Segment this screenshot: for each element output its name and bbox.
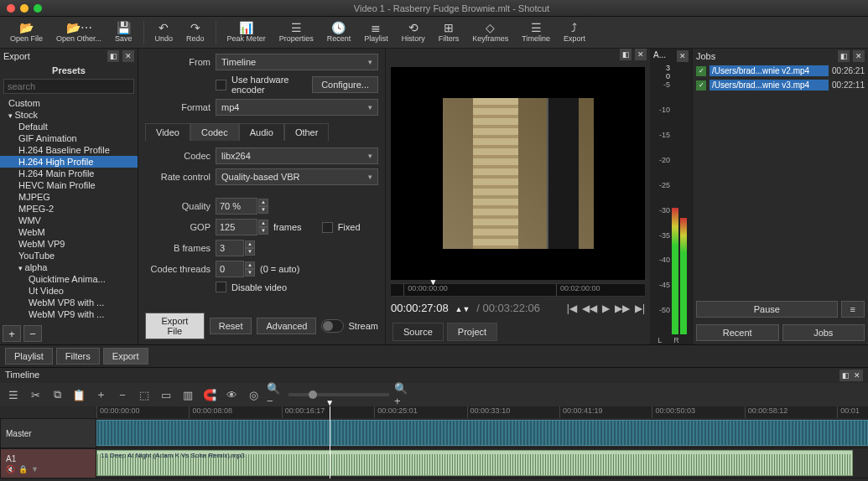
- preset-item[interactable]: WebM VP8 with ...: [0, 297, 138, 308]
- timecode-current[interactable]: 00:00:27:08: [391, 302, 449, 314]
- preset-item[interactable]: YouTube: [0, 250, 138, 261]
- export-file-button[interactable]: Export File: [145, 313, 205, 339]
- close-panel-icon[interactable]: ✕: [122, 50, 134, 62]
- rewind-icon[interactable]: ◀◀: [582, 303, 597, 314]
- preset-item[interactable]: MPEG-2: [0, 203, 138, 215]
- timeline-undock-icon[interactable]: ◧: [839, 370, 851, 381]
- gop-stepper[interactable]: ▲▼: [216, 219, 268, 235]
- paste-icon[interactable]: 📋: [70, 386, 87, 403]
- open-file-button[interactable]: 📂Open File: [5, 20, 48, 44]
- recent-button[interactable]: 🕓Recent: [322, 20, 356, 44]
- peak-meter-button[interactable]: 📊Peak Meter: [222, 20, 271, 44]
- preset-item[interactable]: Stock: [0, 109, 138, 121]
- codec-select[interactable]: libx264: [216, 147, 378, 164]
- meter-close-icon[interactable]: ✕: [677, 50, 689, 62]
- jobs-close-icon[interactable]: ✕: [853, 50, 865, 62]
- remove-preset-button[interactable]: −: [23, 325, 42, 342]
- preset-item[interactable]: Custom: [0, 97, 138, 109]
- open-other--button[interactable]: 📂⋯Open Other...: [51, 20, 107, 44]
- mute-icon[interactable]: 🔇: [6, 465, 15, 473]
- threads-stepper[interactable]: ▲▼: [216, 261, 255, 277]
- hw-encoder-checkbox[interactable]: [216, 80, 226, 91]
- audio-clip[interactable]: 11 Deep At Night (Adam K Vs Soha Remix).…: [96, 450, 853, 476]
- recent-tab-button[interactable]: Recent: [696, 324, 779, 341]
- stream-toggle[interactable]: [321, 319, 343, 333]
- reset-button[interactable]: Reset: [210, 318, 252, 334]
- master-video-clip[interactable]: [96, 420, 868, 446]
- preset-item[interactable]: HEVC Main Profile: [0, 179, 138, 191]
- timeline-ruler[interactable]: 00:00:00:0000:00:08:0800:00:16:1700:00:2…: [96, 406, 868, 418]
- preset-item[interactable]: MJPEG: [0, 191, 138, 203]
- save-button[interactable]: 💾Save: [110, 20, 138, 44]
- pause-jobs-button[interactable]: Pause: [696, 301, 838, 318]
- skip-end-icon[interactable]: ▶|: [635, 303, 645, 314]
- fixed-checkbox[interactable]: [322, 222, 333, 233]
- a1-track-header[interactable]: A1 🔇🔒▼: [0, 448, 96, 478]
- skip-start-icon[interactable]: |◀: [567, 303, 577, 314]
- project-tab[interactable]: Project: [447, 323, 497, 341]
- preset-item[interactable]: Ut Video: [0, 285, 138, 297]
- undo-button[interactable]: ↶Undo: [150, 20, 179, 44]
- job-row[interactable]: ✓/Users/brad...wnie v3.mp400:22:11: [693, 78, 868, 92]
- redo-button[interactable]: ↷Redo: [181, 20, 210, 44]
- minimize-icon[interactable]: [20, 4, 29, 13]
- format-select[interactable]: mp4: [216, 99, 378, 116]
- playlist-button[interactable]: ≣Playlist: [359, 20, 393, 44]
- lift-icon[interactable]: ⬚: [136, 386, 153, 403]
- preset-tree[interactable]: CustomStockDefaultGIF AnimationH.264 Bas…: [0, 96, 138, 323]
- zoom-out-icon[interactable]: 🔍−: [267, 386, 283, 403]
- zoom-icon[interactable]: [34, 4, 42, 13]
- ripple-icon[interactable]: ◎: [245, 386, 262, 403]
- menu-icon[interactable]: ☰: [5, 386, 22, 403]
- cut-icon[interactable]: ✂: [27, 386, 44, 403]
- timecode-spin-icon[interactable]: ▲▼: [455, 305, 470, 313]
- preset-item[interactable]: WMV: [0, 215, 138, 226]
- preset-item[interactable]: WebM: [0, 226, 138, 238]
- job-row[interactable]: ✓/Users/brad...wnie v2.mp400:26:21: [693, 64, 868, 78]
- preset-item[interactable]: alpha: [0, 261, 138, 273]
- configure-button[interactable]: Configure...: [312, 76, 378, 93]
- timeline-button[interactable]: ☰Timeline: [517, 20, 555, 44]
- undock-icon[interactable]: ◧: [107, 50, 119, 62]
- preset-item[interactable]: Default: [0, 121, 138, 132]
- add-preset-button[interactable]: +: [3, 325, 21, 342]
- window-controls[interactable]: [7, 4, 42, 13]
- playlist-panel-tab[interactable]: Playlist: [5, 348, 53, 365]
- scrub-icon[interactable]: 👁: [223, 386, 240, 403]
- tab-video[interactable]: Video: [145, 123, 190, 141]
- zoom-slider[interactable]: [288, 393, 389, 396]
- preset-item[interactable]: Quicktime Anima...: [0, 273, 138, 285]
- preview-close-icon[interactable]: ✕: [635, 49, 647, 60]
- zoom-in-icon[interactable]: 🔍+: [394, 386, 411, 403]
- tab-other[interactable]: Other: [284, 123, 330, 141]
- play-icon[interactable]: ▶: [602, 303, 610, 314]
- preview-undock-icon[interactable]: ◧: [620, 49, 632, 60]
- preset-item[interactable]: H.264 Main Profile: [0, 168, 138, 179]
- jobs-tab-button[interactable]: Jobs: [782, 324, 865, 341]
- preset-search-input[interactable]: [3, 79, 134, 94]
- overwrite-icon[interactable]: ▭: [158, 386, 174, 403]
- export-panel-tab[interactable]: Export: [103, 348, 148, 365]
- bframes-stepper[interactable]: ▲▼: [216, 240, 255, 256]
- jobs-undock-icon[interactable]: ◧: [838, 50, 850, 62]
- history-button[interactable]: ⟲History: [397, 20, 430, 44]
- timeline-close-icon[interactable]: ✕: [851, 370, 863, 381]
- preset-item[interactable]: H.264 High Profile: [0, 156, 138, 168]
- master-track-header[interactable]: Master: [0, 418, 96, 448]
- preview-scrubber[interactable]: ▼ 00:00:00:00 00:02:00:00: [391, 283, 645, 297]
- preset-item[interactable]: H.264 Baseline Profile: [0, 144, 138, 156]
- disable-video-checkbox[interactable]: [216, 282, 226, 292]
- append-icon[interactable]: ＋: [92, 386, 109, 403]
- filters-button[interactable]: ⊞Filters: [434, 20, 465, 44]
- snap-icon[interactable]: 🧲: [201, 386, 218, 403]
- remove-icon[interactable]: −: [114, 386, 131, 403]
- quality-stepper[interactable]: ▲▼: [216, 198, 268, 215]
- filters-panel-tab[interactable]: Filters: [56, 348, 100, 365]
- preset-item[interactable]: WebM VP9 with ...: [0, 308, 138, 320]
- preview-display[interactable]: [391, 67, 645, 280]
- preset-item[interactable]: GIF Animation: [0, 132, 138, 144]
- rate-control-select[interactable]: Quality-based VBR: [216, 168, 378, 185]
- copy-icon[interactable]: ⧉: [49, 386, 65, 403]
- timeline-playhead[interactable]: [330, 406, 330, 478]
- keyframes-button[interactable]: ◇Keyframes: [467, 20, 513, 44]
